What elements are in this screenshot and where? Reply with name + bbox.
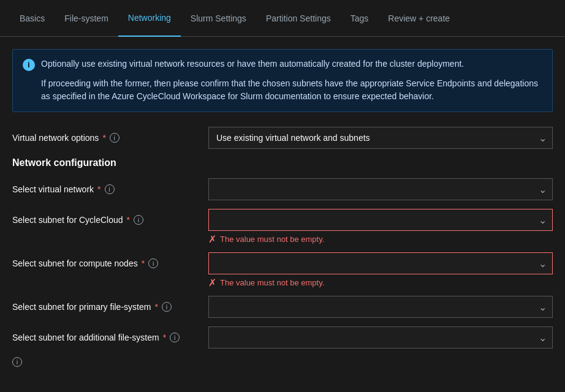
select-subnet-cyclecloud-error-row: ✗ The value must not be empty. [12,233,553,245]
select-virtual-network-label-text: Select virtual network [12,184,94,194]
select-subnet-cyclecloud-label-text: Select subnet for CycleCloud [12,215,123,225]
select-virtual-network-section: Select virtual network * i ⌄ [12,178,553,200]
select-subnet-cyclecloud-wrapper: ⌄ [208,209,553,231]
virtual-network-options-wrapper: Use existing virtual network and subnets… [208,127,553,149]
tab-slurm[interactable]: Slurm Settings [181,0,256,37]
select-subnet-compute-required: * [142,258,145,268]
select-subnet-additional-fs-section: Select subnet for additional file-system… [12,326,553,349]
select-subnet-primary-fs-row: Select subnet for primary file-system * … [12,296,553,318]
nav-tabs: Basics File-system Networking Slurm Sett… [0,0,565,37]
select-subnet-additional-fs-info-icon[interactable]: i [170,333,180,342]
virtual-network-options-info-icon[interactable]: i [110,133,119,143]
select-subnet-cyclecloud-required: * [127,215,130,225]
virtual-network-options-section: Virtual network options * i Use existing… [12,127,553,149]
select-subnet-cyclecloud-error-text: The value must not be empty. [220,235,324,244]
select-subnet-primary-fs-required: * [154,302,157,312]
select-subnet-cyclecloud-error-icon: ✗ [208,233,216,245]
tab-partition[interactable]: Partition Settings [256,0,341,37]
bottom-info-row: i [12,357,553,367]
select-subnet-additional-fs-required: * [163,333,166,342]
virtual-network-options-row: Virtual network options * i Use existing… [12,127,553,149]
select-subnet-cyclecloud-info-icon[interactable]: i [134,215,143,225]
select-subnet-primary-fs-info-icon[interactable]: i [162,302,172,312]
select-subnet-compute-wrapper: ⌄ [208,252,553,274]
select-subnet-compute-section: Select subnet for compute nodes * i ⌄ ✗ … [12,252,553,288]
select-subnet-additional-fs-wrapper: ⌄ [208,326,553,349]
info-box-line1: Optionally use existing virtual network … [41,58,464,70]
tab-review[interactable]: Review + create [378,0,460,37]
virtual-network-options-select[interactable]: Use existing virtual network and subnets… [208,127,553,149]
network-configuration-heading: Network configuration [12,157,553,168]
select-subnet-compute-select[interactable] [208,252,553,274]
select-virtual-network-select[interactable] [208,178,553,200]
select-subnet-additional-fs-label-text: Select subnet for additional file-system [12,333,159,342]
info-box-header: i Optionally use existing virtual networ… [23,58,542,71]
select-subnet-cyclecloud-section: Select subnet for CycleCloud * i ⌄ ✗ The… [12,209,553,245]
select-virtual-network-required: * [97,184,100,194]
select-subnet-cyclecloud-row: Select subnet for CycleCloud * i ⌄ [12,209,553,231]
select-subnet-compute-error-row: ✗ The value must not be empty. [12,277,553,288]
info-box: i Optionally use existing virtual networ… [12,49,553,112]
select-virtual-network-label: Select virtual network * i [12,184,208,194]
select-subnet-compute-label: Select subnet for compute nodes * i [12,258,208,268]
select-subnet-primary-fs-label: Select subnet for primary file-system * … [12,302,208,312]
select-subnet-compute-label-text: Select subnet for compute nodes [12,258,138,268]
select-subnet-additional-fs-label: Select subnet for additional file-system… [12,333,208,342]
info-box-line2: If proceeding with the former, then plea… [23,77,542,103]
main-content: i Optionally use existing virtual networ… [0,37,565,379]
select-subnet-primary-fs-wrapper: ⌄ [208,296,553,318]
tab-basics[interactable]: Basics [10,0,55,37]
tab-filesystem[interactable]: File-system [55,0,118,37]
tab-tags[interactable]: Tags [341,0,379,37]
virtual-network-options-label-text: Virtual network options [12,133,99,143]
select-subnet-compute-row: Select subnet for compute nodes * i ⌄ [12,252,553,274]
select-subnet-cyclecloud-select[interactable] [208,209,553,231]
bottom-info-icon[interactable]: i [12,357,22,367]
select-subnet-primary-fs-label-text: Select subnet for primary file-system [12,302,151,312]
select-subnet-primary-fs-select[interactable] [208,296,553,318]
tab-networking[interactable]: Networking [118,0,181,37]
select-virtual-network-info-icon[interactable]: i [105,184,115,194]
select-subnet-primary-fs-section: Select subnet for primary file-system * … [12,296,553,318]
select-subnet-additional-fs-select[interactable] [208,326,553,349]
info-box-icon: i [23,59,35,71]
select-subnet-compute-error-text: The value must not be empty. [220,278,324,287]
select-subnet-additional-fs-row: Select subnet for additional file-system… [12,326,553,349]
select-virtual-network-wrapper: ⌄ [208,178,553,200]
virtual-network-options-required: * [102,133,105,143]
select-virtual-network-row: Select virtual network * i ⌄ [12,178,553,200]
select-subnet-compute-error-icon: ✗ [208,277,216,288]
select-subnet-cyclecloud-label: Select subnet for CycleCloud * i [12,215,208,225]
virtual-network-options-label: Virtual network options * i [12,133,208,143]
select-subnet-compute-info-icon[interactable]: i [148,258,158,268]
